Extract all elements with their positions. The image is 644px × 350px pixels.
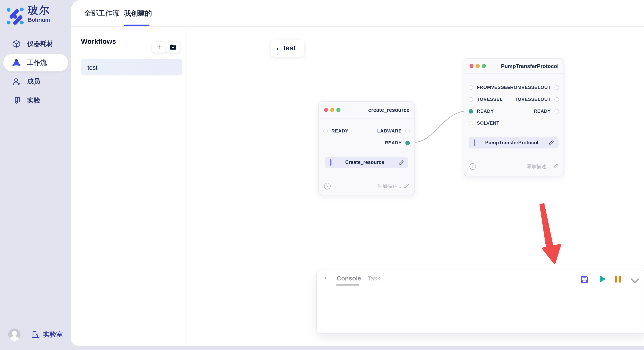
sidebar-item-label: 实验 (27, 96, 40, 105)
input-port-fromvessel[interactable]: FROMVESSEL (468, 84, 510, 90)
node-action-pill[interactable]: Create_resource (325, 157, 408, 168)
window-dots (324, 108, 343, 112)
pencil-icon[interactable] (553, 163, 558, 169)
brand-name: 玻尔 (28, 5, 50, 15)
active-tab-underline (124, 25, 150, 26)
port-circle[interactable] (405, 129, 410, 133)
sidebar-item-experiments[interactable]: 实验 (3, 92, 68, 109)
breadcrumb-label: test (283, 44, 296, 52)
dot-green (336, 108, 340, 112)
input-port-ready[interactable]: READY (468, 108, 494, 114)
members-icon (12, 77, 21, 87)
lab-label: 实验室 (43, 330, 63, 339)
workflow-canvas[interactable]: › test 美化 (186, 26, 644, 346)
port-circle[interactable] (554, 85, 559, 90)
info-icon[interactable]: i (324, 183, 331, 189)
app-root: 玻尔 Bohrium 仪器耗材 (0, 0, 644, 350)
node-title: create_resource (368, 102, 410, 118)
node-footer: i 添加描述... (319, 182, 414, 190)
dot-yellow (476, 64, 480, 68)
node-title: PumpTransferProtocol (501, 59, 558, 73)
experiment-icon (12, 95, 21, 105)
tab-task[interactable]: Task (368, 275, 380, 282)
console-panel: › Console Task (316, 270, 644, 334)
port-circle[interactable] (323, 129, 328, 133)
sidebar-nav: 仪器耗材 工作流 (3, 35, 68, 111)
tab-all-workflows[interactable]: 全部工作流 (84, 0, 119, 26)
dot-green (482, 64, 486, 68)
chevron-down-icon[interactable] (630, 276, 639, 285)
user-avatar[interactable] (8, 329, 21, 341)
port-circle[interactable] (468, 85, 473, 90)
output-port-fromvesselout[interactable]: FROMVESSELOUT (507, 84, 559, 90)
port-circle[interactable] (468, 97, 473, 101)
input-port-tovessel[interactable]: TOVESSEL (468, 96, 502, 102)
description-placeholder[interactable]: 添加描述... (377, 183, 401, 190)
node-header: PumpTransferProtocol (464, 59, 564, 74)
node-pump-transfer-protocol[interactable]: PumpTransferProtocol FROMVESSEL FROMVESS… (464, 58, 564, 176)
sidebar: 玻尔 Bohrium 仪器耗材 (0, 0, 71, 350)
edit-icon[interactable] (398, 159, 404, 166)
output-port-ready[interactable]: READY (385, 140, 410, 146)
breadcrumb[interactable]: › test (271, 40, 304, 57)
tab-created-by-me[interactable]: 我创建的 (124, 0, 152, 26)
workflow-list-panel: Workflows + test (71, 26, 186, 346)
node-footer: i 添加描述... (464, 163, 564, 171)
info-icon[interactable]: i (469, 163, 476, 170)
port-circle[interactable] (468, 121, 473, 125)
description-placeholder[interactable]: 添加描述... (526, 163, 550, 170)
node-header: create_resource (319, 102, 414, 118)
input-port-solvent[interactable]: SOLVENT (468, 120, 499, 126)
console-expand-icon[interactable]: › (324, 274, 326, 281)
sidebar-item-instruments[interactable]: 仪器耗材 (3, 35, 68, 52)
window-dots (469, 64, 488, 68)
dot-yellow (330, 108, 334, 112)
brand-logo: 玻尔 Bohrium (6, 5, 50, 25)
output-port-ready[interactable]: READY (534, 108, 559, 114)
dot-red (469, 64, 474, 68)
workflow-panel-title: Workflows (81, 38, 116, 46)
brand-subtitle: Bohrium (28, 17, 50, 22)
add-workflow-button[interactable]: + (152, 41, 166, 53)
edge-ready-to-ready (409, 111, 469, 142)
sidebar-item-label: 成员 (27, 77, 40, 86)
node-create-resource[interactable]: create_resource READY LABWARE READY Crea… (318, 101, 415, 195)
sidebar-footer: 实验室 (8, 329, 63, 341)
port-circle[interactable] (554, 97, 559, 101)
edit-icon[interactable] (548, 140, 554, 146)
workflow-tabbar: 全部工作流 我创建的 (71, 0, 644, 26)
chevron-right-icon: › (276, 45, 278, 51)
import-workflow-button[interactable] (166, 41, 180, 53)
sidebar-item-members[interactable]: 成员 (3, 73, 68, 90)
building-icon (31, 330, 40, 339)
workflow-item-label: test (88, 64, 98, 71)
run-button[interactable] (597, 275, 606, 284)
sidebar-item-label: 仪器耗材 (27, 39, 53, 48)
lab-switcher[interactable]: 实验室 (31, 330, 63, 339)
node-action-pill[interactable]: PumpTransferProtocol (468, 137, 558, 149)
bohrium-logo-icon (6, 5, 25, 25)
workflow-icon (12, 58, 21, 68)
console-tab-underline (336, 285, 359, 285)
folder-download-icon (170, 44, 176, 50)
main-panel: 全部工作流 我创建的 Workflows + test (71, 0, 644, 346)
input-port-ready[interactable]: READY (323, 128, 348, 134)
pause-button[interactable] (615, 276, 622, 283)
port-circle[interactable] (554, 109, 559, 113)
port-circle-connected[interactable] (468, 109, 473, 113)
output-port-tovesselout[interactable]: TOVESSELOUT (515, 96, 559, 102)
annotation-arrow-red (540, 204, 560, 262)
workflow-list-item-test[interactable]: test (81, 59, 182, 75)
dot-red (324, 108, 328, 112)
plus-icon: + (157, 43, 162, 51)
pencil-icon[interactable] (404, 183, 410, 189)
output-port-labware[interactable]: LABWARE (377, 128, 410, 134)
tab-console[interactable]: Console (337, 275, 361, 282)
port-circle-connected[interactable] (405, 141, 410, 145)
sidebar-item-label: 工作流 (27, 58, 47, 67)
package-icon (12, 39, 21, 49)
sidebar-item-workflows[interactable]: 工作流 (3, 54, 68, 71)
save-button[interactable] (580, 275, 589, 284)
